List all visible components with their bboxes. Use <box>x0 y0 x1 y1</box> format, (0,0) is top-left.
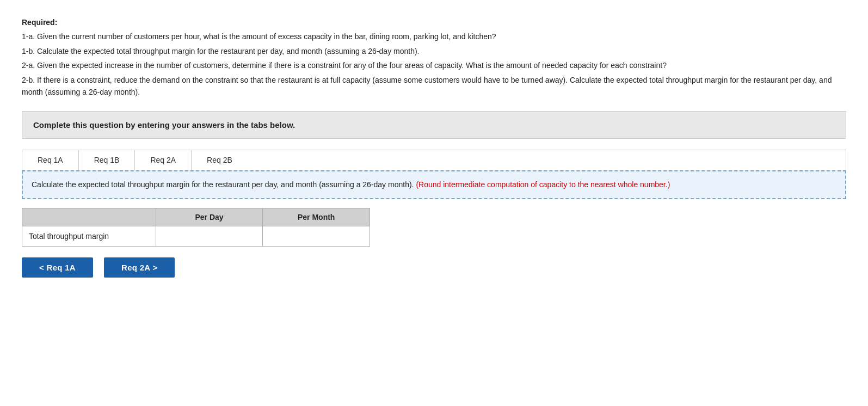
tab-req2a[interactable]: Req 2A <box>135 150 192 170</box>
tab-description-start: Calculate the expected total throughput … <box>32 180 416 189</box>
required-section: Required: 1-a. Given the current number … <box>22 16 846 98</box>
tab-req2b[interactable]: Req 2B <box>192 150 248 170</box>
nav-buttons: < Req 1A Req 2A > <box>22 257 846 278</box>
col-header-per-month: Per Month <box>263 208 370 226</box>
table-row: Total throughput margin <box>22 226 370 247</box>
tabs-row: Req 1A Req 1B Req 2A Req 2B <box>22 150 846 170</box>
answer-table: Per Day Per Month Total throughput margi… <box>22 208 370 247</box>
row-label: Total throughput margin <box>22 226 156 247</box>
col-header-empty <box>22 208 156 226</box>
required-line-2b: 2-b. If there is a constraint, reduce th… <box>22 74 846 99</box>
tab-req1a[interactable]: Req 1A <box>22 150 79 170</box>
per-month-cell[interactable] <box>263 226 370 247</box>
per-month-input[interactable] <box>269 231 363 242</box>
required-label: Required: <box>22 16 846 28</box>
tab-req1b[interactable]: Req 1B <box>79 150 136 170</box>
required-line-1b: 1-b. Calculate the expected total throug… <box>22 45 846 57</box>
per-day-cell[interactable] <box>156 226 263 247</box>
required-line-1a: 1-a. Given the current number of custome… <box>22 30 846 42</box>
complete-box-text: Complete this question by entering your … <box>33 120 835 130</box>
per-day-input[interactable] <box>163 231 256 242</box>
tab-content-area: Calculate the expected total throughput … <box>22 170 846 199</box>
prev-button[interactable]: < Req 1A <box>22 257 93 278</box>
col-header-per-day: Per Day <box>156 208 263 226</box>
required-line-2a: 2-a. Given the expected increase in the … <box>22 59 846 71</box>
next-button[interactable]: Req 2A > <box>104 257 175 278</box>
tab-description-red: (Round intermediate computation of capac… <box>416 180 670 189</box>
complete-box: Complete this question by entering your … <box>22 111 846 139</box>
